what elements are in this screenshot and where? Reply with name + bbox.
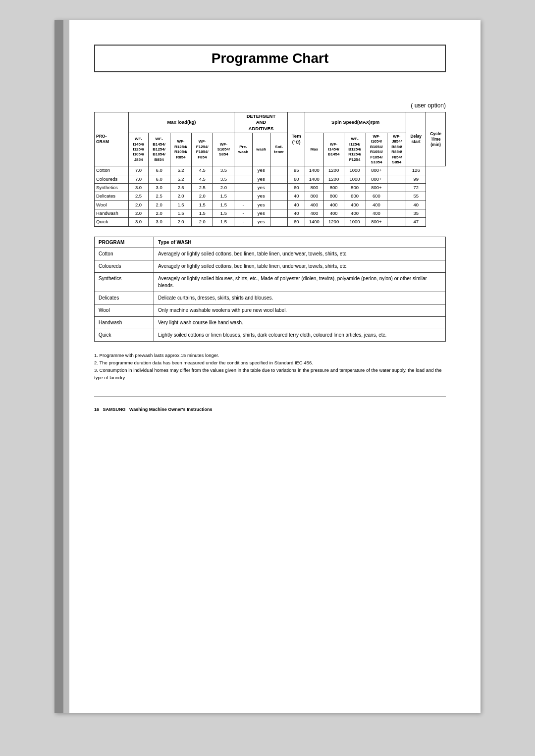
notes-section: 1. Programme with prewash lasts approx.1…: [94, 352, 446, 382]
program-name: Synthetics: [95, 272, 154, 292]
left-bar-inner: [63, 20, 69, 713]
program-row: SyntheticsAveragely or lightly soiled bl…: [95, 272, 446, 292]
page-number: 16: [94, 407, 99, 412]
table-row: Coloureds7.06.05.24.53.5yes6014001200100…: [95, 175, 446, 183]
program-description: Averagely or lightly soiled cottons, bed…: [154, 260, 446, 272]
table-row: Delicates2.52.52.02.01.5yes4080080060060…: [95, 192, 446, 201]
table-row: Wool2.02.01.51.51.5-yes4040040040040040: [95, 201, 446, 209]
program-row: DelicatesDelicate curtains, dresses, ski…: [95, 292, 446, 304]
program-row: WoolOnly machine washable woolens with p…: [95, 304, 446, 316]
note-item: 3. Consumption in individual homes may d…: [94, 366, 446, 381]
table-row: Cotton7.06.05.24.53.5yes9514001200100080…: [95, 166, 446, 175]
brand: SAMSUNG: [103, 407, 126, 412]
program-name: Quick: [95, 329, 154, 341]
table-row: Quick3.03.02.02.01.5-yes6014001200100080…: [95, 218, 446, 226]
sub-wash: wash: [252, 133, 270, 166]
sub-pre-wash: Pre-wash: [234, 133, 252, 166]
program-name: Handwash: [95, 316, 154, 329]
sub-wf1: WF-I1454/I1254/I1054/J854: [129, 133, 148, 166]
sub-wf5: WF-S1054/S854: [213, 133, 234, 166]
title-wrapper: Programme Chart: [94, 45, 446, 87]
col-max-load: Max load(kg): [129, 112, 234, 133]
sub-wf2: WF-B1454/B1254/B1054/B854: [148, 133, 170, 166]
table-row: Synthetics3.03.02.52.52.0yes608008008008…: [95, 184, 446, 192]
table-row: Handwash2.02.01.51.51.5-yes4040040040040…: [95, 209, 446, 218]
sub-wf4: WF-F1254/F1054/F854: [192, 133, 213, 166]
program-row: CottonAveragely or lightly soiled cotton…: [95, 248, 446, 260]
col-spin-speed: Spin Speed(MAX)rpm: [305, 112, 406, 133]
col-cycle: CycleTime(min): [426, 112, 446, 166]
footer-subtitle: Washing Machine Owner's Instructions: [129, 407, 212, 412]
sub-spin1: WF-I1454/B1454: [323, 133, 344, 166]
col-delay: Delaystart: [406, 112, 426, 166]
col-detergent: DETERGENTANDADDITIVES: [234, 112, 288, 133]
footer: 16 SAMSUNG Washing Machine Owner's Instr…: [94, 397, 446, 412]
sub-softener: Sof-tener: [270, 133, 288, 166]
left-bar: [54, 20, 63, 713]
program-row: ColouredsAveragely or lightly soiled cot…: [95, 260, 446, 272]
note-item: 2. The programme duration data has been …: [94, 359, 446, 366]
programme-chart-table: PRO-GRAM Max load(kg) DETERGENTANDADDITI…: [94, 112, 446, 227]
program-description: Lightly soiled cottons or linen blouses,…: [154, 329, 446, 341]
program-name: Cotton: [95, 248, 154, 260]
sub-spin3: WF-I1054/B1054/R1054/F1054/S1054: [366, 133, 387, 166]
user-option-text: ( user option): [94, 102, 446, 109]
program-description: Very light wash course like hand wash.: [154, 316, 446, 329]
program-row: HandwashVery light wash course like hand…: [95, 316, 446, 329]
page: Programme Chart ( user option) PRO-GRAM …: [54, 20, 481, 713]
header-program: PROGRAM: [95, 237, 154, 248]
sub-spin4: WF-J854/B854/R854/F854/S854: [387, 133, 406, 166]
note-item: 1. Programme with prewash lasts approx.1…: [94, 352, 446, 359]
program-name: Wool: [95, 304, 154, 316]
col-program: PRO-GRAM: [95, 112, 129, 166]
program-description-table: PROGRAM Type of WASH CottonAveragely or …: [94, 237, 446, 342]
program-name: Delicates: [95, 292, 154, 304]
program-description: Delicate curtains, dresses, skirts, shir…: [154, 292, 446, 304]
program-name: Coloureds: [95, 260, 154, 272]
sub-spin2: WF-I1254/B1254/R1254/F1254: [344, 133, 366, 166]
program-description: Only machine washable woolens with pure …: [154, 304, 446, 316]
header-wash: Type of WASH: [154, 237, 446, 248]
sub-wf3: WF-R1254/R1054/R854: [170, 133, 192, 166]
page-title: Programme Chart: [94, 45, 446, 72]
program-description: Averagely or lightly soiled cottons, bed…: [154, 248, 446, 260]
col-temp: Tem(°C): [288, 112, 305, 166]
program-description: Averagely or lightly soiled blouses, shi…: [154, 272, 446, 292]
sub-max: Max: [305, 133, 323, 166]
program-row: QuickLightly soiled cottons or linen blo…: [95, 329, 446, 341]
